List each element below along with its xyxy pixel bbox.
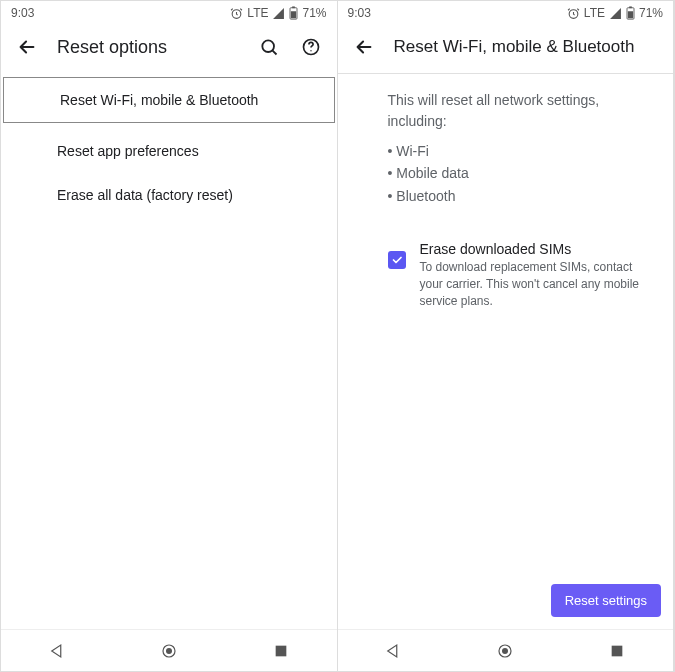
bullet-mobile: Mobile data (388, 162, 650, 184)
svg-rect-3 (291, 11, 296, 18)
alarm-icon (230, 7, 243, 20)
nav-home-icon[interactable] (494, 640, 516, 662)
page-title: Reset options (57, 37, 239, 58)
option-reset-network[interactable]: Reset Wi-Fi, mobile & Bluetooth (3, 77, 335, 123)
screen-reset-options: 9:03 LTE 71% Reset options Reset Wi-Fi (1, 1, 338, 671)
battery-pct: 71% (302, 6, 326, 20)
nav-back-icon[interactable] (46, 640, 68, 662)
option-factory-reset[interactable]: Erase all data (factory reset) (1, 173, 337, 217)
content-area: This will reset all network settings, in… (338, 74, 674, 629)
nav-bar (1, 629, 337, 671)
status-icons: LTE 71% (230, 6, 326, 20)
svg-rect-2 (293, 6, 296, 8)
checkbox-title: Erase downloaded SIMs (420, 241, 654, 257)
checkbox-text: Erase downloaded SIMs To download replac… (420, 241, 654, 309)
signal-icon (609, 7, 622, 20)
alarm-icon (567, 7, 580, 20)
svg-rect-12 (629, 6, 632, 8)
bullet-wifi: Wi-Fi (388, 140, 650, 162)
back-icon[interactable] (15, 35, 39, 59)
status-time: 9:03 (11, 6, 230, 20)
back-icon[interactable] (352, 35, 376, 59)
intro-text: This will reset all network settings, in… (338, 74, 674, 132)
svg-point-4 (262, 40, 274, 52)
network-label: LTE (247, 6, 268, 20)
battery-icon (289, 6, 298, 20)
screen-reset-network: 9:03 LTE 71% Reset Wi-Fi, mobile & Bluet… (338, 1, 675, 671)
nav-back-icon[interactable] (382, 640, 404, 662)
nav-home-icon[interactable] (158, 640, 180, 662)
status-time: 9:03 (348, 6, 567, 20)
help-icon[interactable] (299, 35, 323, 59)
checkbox-desc: To download replacement SIMs, contact yo… (420, 259, 654, 309)
battery-pct: 71% (639, 6, 663, 20)
svg-point-15 (502, 648, 508, 654)
svg-rect-16 (612, 645, 623, 656)
option-reset-app-prefs[interactable]: Reset app preferences (1, 129, 337, 173)
signal-icon (272, 7, 285, 20)
nav-recent-icon[interactable] (270, 640, 292, 662)
page-title: Reset Wi-Fi, mobile & Bluetooth (394, 37, 660, 57)
content-area: Reset Wi-Fi, mobile & Bluetooth Reset ap… (1, 73, 337, 629)
nav-bar (338, 629, 674, 671)
checkbox-checked-icon[interactable] (388, 251, 406, 269)
status-bar: 9:03 LTE 71% (1, 1, 337, 25)
bullet-bluetooth: Bluetooth (388, 185, 650, 207)
svg-rect-9 (275, 645, 286, 656)
svg-rect-13 (628, 11, 633, 18)
nav-recent-icon[interactable] (606, 640, 628, 662)
search-icon[interactable] (257, 35, 281, 59)
bullet-list: Wi-Fi Mobile data Bluetooth (338, 132, 674, 207)
status-icons: LTE 71% (567, 6, 663, 20)
erase-sims-option[interactable]: Erase downloaded SIMs To download replac… (338, 207, 674, 309)
reset-settings-button[interactable]: Reset settings (551, 584, 661, 617)
network-label: LTE (584, 6, 605, 20)
battery-icon (626, 6, 635, 20)
app-bar: Reset Wi-Fi, mobile & Bluetooth (338, 25, 674, 73)
status-bar: 9:03 LTE 71% (338, 1, 674, 25)
svg-point-6 (310, 50, 311, 51)
app-bar: Reset options (1, 25, 337, 73)
svg-point-8 (166, 648, 172, 654)
